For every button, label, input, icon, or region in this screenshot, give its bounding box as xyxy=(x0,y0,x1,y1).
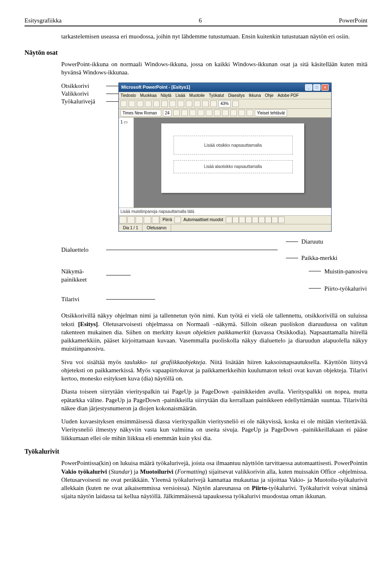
slideshow-view-button[interactable] xyxy=(152,216,159,224)
tk-paragraph: PowerPointissa(kin) on lukuisa määrä työ… xyxy=(61,459,368,500)
draw-menu[interactable]: Piirrä xyxy=(160,216,174,224)
print-icon[interactable] xyxy=(145,101,151,107)
close-button[interactable]: × xyxy=(321,84,329,91)
standard-toolbar[interactable]: 43% xyxy=(119,99,331,109)
title-bar[interactable]: Microsoft PowerPoint - [Esitys1] _ □ × xyxy=(119,83,331,92)
connector-line xyxy=(106,250,278,250)
textbox-icon[interactable] xyxy=(252,217,258,223)
label-dialuettelo: Dialuettelo xyxy=(61,246,106,254)
bold-icon[interactable] xyxy=(173,110,180,116)
maximize-button[interactable]: □ xyxy=(313,84,321,91)
intro-text: tarkastelemisen useassa eri muodossa, jo… xyxy=(61,32,368,40)
status-layout: Oletusarvo xyxy=(143,224,171,232)
copy-icon[interactable] xyxy=(161,101,168,107)
align-left-icon[interactable] xyxy=(206,110,212,116)
arrow-icon[interactable] xyxy=(232,217,239,223)
select-icon[interactable] xyxy=(174,217,181,223)
outline-pane[interactable]: 1 ▭ xyxy=(119,118,134,208)
menu-item[interactable]: Ohje xyxy=(265,93,274,98)
save-icon[interactable] xyxy=(137,101,143,107)
window-paragraph: PowerPoint-ikkuna on normaali Windows-ik… xyxy=(61,60,368,77)
body-paragraphs: Otsikkorivillä näkyy ohjelman nimi ja ta… xyxy=(61,311,368,442)
formatting-toolbar[interactable]: Times New Roman 24 Yleiset tehtävät xyxy=(119,109,331,118)
app-window: Microsoft PowerPoint - [Esitys1] _ □ × T… xyxy=(118,83,332,232)
paste-icon[interactable] xyxy=(169,101,176,107)
page-header: Esitysgrafiikka 6 PowerPoint xyxy=(24,16,368,27)
status-bar: Dia 1 / 1 Oletusarvo xyxy=(119,224,331,232)
cut-icon[interactable] xyxy=(153,101,160,107)
menu-item[interactable]: Näytä xyxy=(161,93,172,98)
diagram-lower: Näkymä-painikkeet Tilarivi Muistin-panos… xyxy=(61,267,368,304)
connector-line xyxy=(286,258,298,258)
notes-pane[interactable]: Lisää muistiinpanoja napsauttamalla tätä xyxy=(119,208,331,215)
status-slide-number: Dia 1 / 1 xyxy=(119,224,143,232)
title-bar-text: Microsoft PowerPoint - [Esitys1] xyxy=(121,84,190,90)
menu-bar[interactable]: Tiedosto Muokkaa Näytä Lisää Muotoile Ty… xyxy=(119,92,331,100)
wordart-icon[interactable] xyxy=(258,217,265,223)
oval-icon[interactable] xyxy=(245,217,252,223)
subtitle-placeholder[interactable]: Lisää alaotsikko napsauttamalla xyxy=(174,160,293,173)
shadow-icon[interactable] xyxy=(198,110,204,116)
redo-icon[interactable] xyxy=(186,101,192,107)
sorter-view-button[interactable] xyxy=(144,216,151,224)
zoom-icon[interactable] xyxy=(210,101,217,107)
italic-icon[interactable] xyxy=(181,110,188,116)
line-icon[interactable] xyxy=(226,217,232,223)
zoom-select[interactable]: 43% xyxy=(218,100,231,107)
label-tilarivi: Tilarivi xyxy=(61,295,106,303)
common-tasks-menu[interactable]: Yleiset tehtävät xyxy=(255,110,287,117)
label-nakymapainikkeet: Näkymä-painikkeet xyxy=(61,267,106,284)
label-valikkorivi: Valikkorivi xyxy=(61,89,106,98)
open-icon[interactable] xyxy=(129,101,135,107)
connector-line xyxy=(106,94,118,94)
underline-icon[interactable] xyxy=(189,110,196,116)
connector-line xyxy=(106,101,118,102)
fill-color-icon[interactable] xyxy=(265,217,272,223)
undo-icon[interactable] xyxy=(178,101,184,107)
minimize-button[interactable]: _ xyxy=(305,84,312,91)
menu-item[interactable]: Lisää xyxy=(176,93,185,98)
slide[interactable]: Lisää otsikko napsauttamalla Lisää alaot… xyxy=(161,123,304,193)
menu-item[interactable]: Adobe PDF xyxy=(278,93,299,98)
help-icon[interactable] xyxy=(232,101,239,107)
menu-item[interactable]: Muokkaa xyxy=(140,93,157,98)
menu-item[interactable]: Diaesitys xyxy=(228,93,245,98)
title-placeholder[interactable]: Lisää otsikko napsauttamalla xyxy=(174,136,293,154)
insert-table-icon[interactable] xyxy=(202,101,209,107)
slide-pane[interactable]: Lisää otsikko napsauttamalla Lisää alaot… xyxy=(134,118,331,208)
connector-line xyxy=(286,242,298,242)
font-size-select[interactable]: 24 xyxy=(163,110,172,117)
decrease-font-icon[interactable] xyxy=(247,110,253,116)
rectangle-icon[interactable] xyxy=(239,217,245,223)
align-center-icon[interactable] xyxy=(214,110,220,116)
diagram-top: Otsikkorivi Valikkorivi Työkalurivejä Mi… xyxy=(61,83,368,232)
insert-chart-icon[interactable] xyxy=(194,101,200,107)
label-diaruutu: Diaruutu xyxy=(301,237,323,246)
slide-view-button[interactable] xyxy=(136,216,143,224)
header-left: Esitysgrafiikka xyxy=(24,16,62,25)
label-paikkamerkki: Paikka-merkki xyxy=(301,254,337,262)
connector-line xyxy=(106,299,155,300)
align-right-icon[interactable] xyxy=(222,110,229,116)
menu-item[interactable]: Ikkuna xyxy=(249,93,261,98)
app-body: 1 ▭ Lisää otsikko napsauttamalla Lisää a… xyxy=(119,118,331,208)
menu-item[interactable]: Tiedosto xyxy=(120,93,136,98)
increase-font-icon[interactable] xyxy=(238,110,245,116)
diagram-mid: Dialuettelo Diaruutu Paikka-merkki xyxy=(61,237,368,262)
font-select[interactable]: Times New Roman xyxy=(120,110,161,117)
p-uuden: Uuden kuvaesityksen ensimmäisessä diassa… xyxy=(61,417,368,442)
autoshapes-menu[interactable]: Automaattiset muodot xyxy=(181,216,225,224)
font-color-icon[interactable] xyxy=(278,217,285,223)
normal-view-button[interactable] xyxy=(119,216,127,224)
menu-item[interactable]: Muotoile xyxy=(189,93,205,98)
header-right: PowerPoint xyxy=(339,16,368,25)
menu-item[interactable]: Työkalut xyxy=(209,93,224,98)
connector-line xyxy=(309,288,321,289)
section-heading-nayton-osat: Näytön osat xyxy=(24,48,368,57)
bullets-icon[interactable] xyxy=(230,110,237,116)
outline-view-button[interactable] xyxy=(127,216,135,224)
intro-paragraph: tarkastelemisen useassa eri muodossa, jo… xyxy=(61,32,368,40)
line-color-icon[interactable] xyxy=(272,217,278,223)
new-icon[interactable] xyxy=(120,101,127,107)
connector-line xyxy=(106,86,118,86)
